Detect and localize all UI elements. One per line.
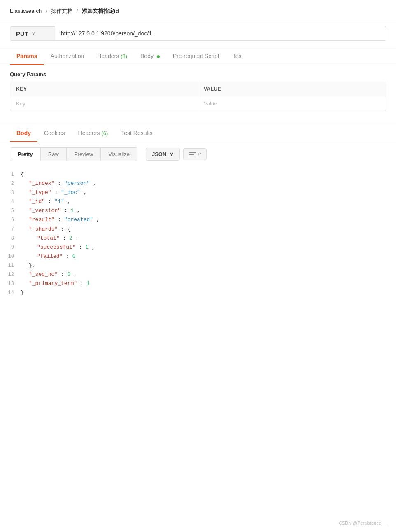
format-label: JSON — [152, 151, 166, 157]
body-active-dot — [157, 55, 160, 58]
response-tabs: Body Cookies Headers (6) Test Results — [0, 124, 396, 142]
footer: CSDN @Persistence__ — [339, 520, 386, 525]
breadcrumb-part1[interactable]: Elasticsearch — [10, 8, 42, 14]
breadcrumb-current: 添加文档指定id — [82, 8, 119, 14]
line-number-9: 9 — [0, 243, 21, 252]
wrap-lines-icon — [189, 152, 196, 156]
line-number-11: 11 — [0, 261, 21, 270]
code-line-4: 4 "_id" : "1" , — [0, 197, 396, 206]
tab-cookies[interactable]: Cookies — [37, 124, 72, 142]
code-line-2: 2 "_index" : "person" , — [0, 179, 396, 188]
format-chevron-icon: ∨ — [170, 151, 174, 157]
line-content-6: "result" : "created" , — [21, 215, 396, 224]
line-content-8: "total" : 2 , — [21, 234, 396, 243]
request-tabs: Params Authorization Headers (8) Body Pr… — [0, 47, 396, 65]
tab-params[interactable]: Params — [10, 47, 44, 65]
line-content-10: "failed" : 0 — [21, 252, 396, 261]
line-content-9: "successful" : 1 , — [21, 243, 396, 252]
method-selector[interactable]: PUT ∨ — [10, 26, 55, 41]
code-line-9: 9 "successful" : 1 , — [0, 243, 396, 252]
tab-test-results[interactable]: Test Results — [114, 124, 159, 142]
code-line-6: 6 "result" : "created" , — [0, 215, 396, 224]
code-line-13: 13 "_primary_term" : 1 — [0, 279, 396, 288]
breadcrumb-sep1: / — [46, 8, 47, 14]
line-content-4: "_id" : "1" , — [21, 197, 396, 206]
line-number-5: 5 — [0, 206, 21, 215]
line-number-3: 3 — [0, 188, 21, 197]
value-placeholder: Value — [204, 100, 217, 107]
line-number-13: 13 — [0, 279, 21, 288]
response-headers-badge: (6) — [101, 130, 108, 136]
breadcrumb: Elasticsearch / 操作文档 / 添加文档指定id — [0, 0, 396, 20]
code-line-1: 1 { — [0, 170, 396, 179]
code-line-7: 7 "_shards" : { — [0, 225, 396, 234]
line-number-10: 10 — [0, 252, 21, 261]
view-controls: Pretty Raw Preview Visualize JSON ∨ ↩ — [0, 142, 396, 166]
line-content-2: "_index" : "person" , — [21, 179, 396, 188]
line-content-5: "_version" : 1 , — [21, 206, 396, 215]
line-number-8: 8 — [0, 234, 21, 243]
line-content-3: "_type" : "_doc" , — [21, 188, 396, 197]
code-line-14: 14 } — [0, 288, 396, 297]
headers-badge: (8) — [121, 53, 127, 59]
code-line-10: 10 "failed" : 0 — [0, 252, 396, 261]
value-input-cell[interactable]: Value — [198, 96, 386, 111]
line-number-14: 14 — [0, 288, 21, 297]
breadcrumb-sep2: / — [77, 8, 78, 14]
key-column-header: KEY — [10, 82, 198, 96]
method-label: PUT — [16, 30, 28, 37]
tab-pre-request[interactable]: Pre-request Script — [166, 47, 226, 65]
params-table: KEY VALUE Key Value — [10, 82, 386, 111]
wrap-arrow-icon: ↩ — [198, 152, 201, 157]
code-viewer: 1 { 2 "_index" : "person" , 3 "_type" : … — [0, 166, 396, 301]
code-line-11: 11 }, — [0, 261, 396, 270]
code-line-12: 12 "_seq_no" : 0 , — [0, 270, 396, 279]
line-content-7: "_shards" : { — [21, 225, 396, 234]
view-button-group: Pretty Raw Preview Visualize — [10, 147, 137, 161]
url-bar: PUT ∨ — [0, 20, 396, 47]
line-number-12: 12 — [0, 270, 21, 279]
format-selector[interactable]: JSON ∨ — [146, 148, 180, 161]
tab-response-body[interactable]: Body — [10, 124, 37, 142]
line-content-1: { — [21, 170, 396, 179]
view-visualize-button[interactable]: Visualize — [101, 148, 137, 161]
value-column-header: VALUE — [198, 82, 386, 96]
chevron-down-icon: ∨ — [32, 31, 35, 36]
view-preview-button[interactable]: Preview — [67, 148, 101, 161]
tab-body[interactable]: Body — [134, 47, 166, 65]
key-placeholder: Key — [16, 100, 25, 107]
wrap-button[interactable]: ↩ — [183, 148, 207, 160]
line-number-2: 2 — [0, 179, 21, 188]
tab-headers[interactable]: Headers (8) — [91, 47, 134, 65]
footer-text: CSDN @Persistence__ — [339, 520, 386, 525]
tab-authorization[interactable]: Authorization — [44, 47, 91, 65]
tab-response-headers[interactable]: Headers (6) — [72, 124, 115, 142]
code-line-3: 3 "_type" : "_doc" , — [0, 188, 396, 197]
params-table-row: Key Value — [10, 96, 386, 111]
code-line-8: 8 "total" : 2 , — [0, 234, 396, 243]
query-params-title: Query Params — [0, 65, 396, 82]
line-content-11: }, — [21, 261, 396, 270]
line-content-12: "_seq_no" : 0 , — [21, 270, 396, 279]
line-number-4: 4 — [0, 197, 21, 206]
line-content-14: } — [21, 288, 396, 297]
url-input[interactable] — [55, 26, 386, 41]
code-line-5: 5 "_version" : 1 , — [0, 206, 396, 215]
line-number-1: 1 — [0, 170, 21, 179]
view-raw-button[interactable]: Raw — [41, 148, 67, 161]
view-pretty-button[interactable]: Pretty — [10, 148, 41, 161]
tab-tests[interactable]: Tes — [226, 47, 248, 65]
params-table-header: KEY VALUE — [10, 82, 386, 96]
breadcrumb-part2[interactable]: 操作文档 — [51, 8, 72, 14]
key-input-cell[interactable]: Key — [10, 96, 198, 111]
line-number-7: 7 — [0, 225, 21, 233]
line-content-13: "_primary_term" : 1 — [21, 279, 396, 288]
line-number-6: 6 — [0, 215, 21, 224]
